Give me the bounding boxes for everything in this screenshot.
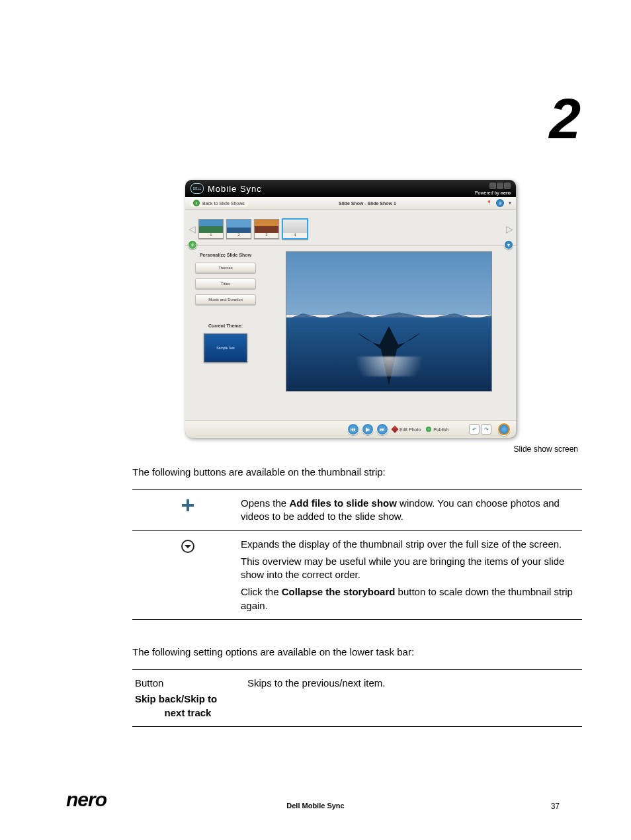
- button-table-2: Button Skip back/Skip to next track Skip…: [132, 669, 582, 727]
- screenshot-caption: Slide show screen: [514, 444, 578, 454]
- powered-brand: nero: [501, 190, 511, 195]
- publish-button[interactable]: Publish: [426, 427, 448, 432]
- chapter-number: 2: [549, 86, 578, 151]
- expand-desc: Expands the display of the thumbnail str…: [241, 538, 579, 612]
- sidebar-title: Personalize Slide Show: [200, 253, 251, 257]
- current-theme-label: Current Theme:: [208, 323, 243, 328]
- help-icon[interactable]: ?: [496, 199, 504, 207]
- thumbnail-item[interactable]: 3: [254, 219, 279, 239]
- button-table-1: Opens the Add files to slide show window…: [132, 489, 582, 620]
- expand-storyboard-icon[interactable]: ▼: [504, 240, 513, 249]
- close-icon[interactable]: [504, 183, 511, 189]
- maximize-icon[interactable]: [497, 183, 503, 189]
- intro-paragraph-1: The following buttons are available on t…: [132, 466, 386, 478]
- row-label: Button Skip back/Skip to next track: [135, 677, 247, 720]
- dropdown-icon[interactable]: ▼: [508, 201, 512, 205]
- plus-icon: [181, 498, 195, 513]
- rotate-left-button[interactable]: ↶: [469, 424, 480, 435]
- play-button[interactable]: ▶: [362, 423, 374, 435]
- text-p: Skips to the previous/next item.: [247, 677, 579, 690]
- edit-photo-button[interactable]: Edit Photo: [392, 427, 421, 432]
- pin-icon[interactable]: 📍: [486, 200, 492, 206]
- table-row: Button Skip back/Skip to next track Skip…: [132, 670, 582, 726]
- powered-prefix: Powered by: [475, 190, 501, 195]
- text-seg: Opens the: [241, 497, 289, 509]
- thumb-number: 1: [199, 233, 223, 238]
- thumbnail-item-selected[interactable]: 4: [282, 218, 308, 239]
- table-row: Opens the Add files to slide show window…: [132, 490, 582, 530]
- thumbnail-strip: ◁ 1 2 3 4 ▷ ＋ ▼: [185, 210, 516, 246]
- add-icon-cell: [135, 497, 241, 524]
- minimize-icon[interactable]: [489, 183, 496, 189]
- skip-back-button[interactable]: ⏮: [347, 423, 359, 435]
- window-controls: [489, 183, 511, 189]
- skip-next-button[interactable]: ⏭: [376, 423, 388, 435]
- back-arrow-icon: ‹: [193, 200, 200, 206]
- sidebar: Personalize Slide Show Themes Titles Mus…: [185, 246, 266, 420]
- footer-title: Dell Mobile Sync: [0, 802, 631, 810]
- thumbnail-item[interactable]: 1: [198, 219, 224, 239]
- publish-label: Publish: [433, 427, 448, 432]
- app-title: Mobile Sync: [208, 184, 471, 194]
- page-number: 37: [551, 802, 560, 811]
- music-duration-button[interactable]: Music and Duration: [195, 294, 256, 305]
- text-bold: Add files to slide show: [289, 497, 397, 509]
- thumb-number: 2: [227, 233, 251, 238]
- edit-icon: [391, 425, 398, 433]
- expand-icon-cell: [135, 538, 241, 612]
- text-bold: Collapse the storyboard: [282, 586, 396, 597]
- breadcrumb: Slide Show - Slide Show 1: [253, 201, 482, 206]
- prev-thumb-button[interactable]: ◁: [188, 216, 196, 242]
- taskbar: ⏮ ▶ ⏭ Edit Photo Publish ↶ ↷: [185, 420, 516, 438]
- breadcrumb-bar: ‹ Back to Slide Shows Slide Show - Slide…: [185, 197, 516, 210]
- app-titlebar: DELL Mobile Sync Powered by nero: [185, 180, 516, 197]
- whale-tail-graphic: [349, 313, 429, 392]
- dell-logo: DELL: [190, 183, 204, 194]
- thumb-number: 3: [255, 233, 278, 238]
- publish-icon: [426, 427, 431, 432]
- app-screenshot: DELL Mobile Sync Powered by nero ‹ Back …: [185, 180, 516, 438]
- label-top: Button: [135, 677, 241, 690]
- powered-by-label: Powered by nero: [475, 190, 511, 195]
- thumb-number: 4: [283, 233, 307, 238]
- next-thumb-button[interactable]: ▷: [505, 216, 513, 242]
- label-bold-line1: Skip back/Skip to: [135, 693, 241, 706]
- slide-preview: [266, 246, 516, 420]
- back-button[interactable]: ‹ Back to Slide Shows: [189, 199, 249, 207]
- svg-rect-1: [182, 504, 194, 507]
- titles-button[interactable]: Titles: [195, 278, 256, 289]
- edit-photo-label: Edit Photo: [400, 427, 421, 432]
- preview-image: [286, 251, 492, 392]
- add-desc: Opens the Add files to slide show window…: [241, 497, 579, 524]
- back-label: Back to Slide Shows: [202, 201, 245, 206]
- row-desc: Skips to the previous/next item.: [247, 677, 579, 690]
- add-files-icon[interactable]: ＋: [188, 240, 197, 249]
- current-theme-preview[interactable]: Sample Text: [204, 333, 247, 362]
- themes-button[interactable]: Themes: [195, 263, 256, 273]
- text-p: Expands the display of the thumbnail str…: [241, 538, 579, 551]
- text-seg: Click the: [241, 586, 282, 597]
- rotate-right-button[interactable]: ↷: [481, 424, 491, 435]
- export-button[interactable]: [497, 423, 511, 436]
- thumbnail-item[interactable]: 2: [226, 219, 251, 239]
- text-p: This overview may be useful while you ar…: [241, 555, 579, 582]
- intro-paragraph-2: The following setting options are availa…: [132, 646, 414, 657]
- table-row: Expands the display of the thumbnail str…: [132, 530, 582, 619]
- label-bold-line2: next track: [135, 706, 241, 720]
- expand-icon: [181, 539, 195, 554]
